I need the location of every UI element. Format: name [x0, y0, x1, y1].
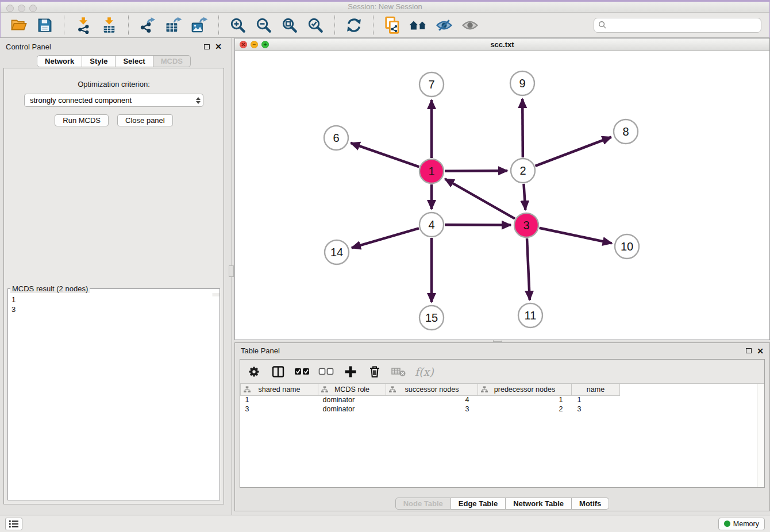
- panel-splitter-grip[interactable]: [229, 265, 234, 277]
- graph-edge-2-9[interactable]: [522, 99, 523, 157]
- export-network-button[interactable]: [137, 15, 158, 36]
- result-scrollbar[interactable]: [213, 293, 220, 296]
- maximize-window-button[interactable]: [29, 5, 37, 12]
- search-icon: [598, 21, 607, 29]
- maximize-network-button[interactable]: +: [261, 41, 269, 48]
- toolbar-separator: [128, 16, 129, 35]
- graph-edge-4-14[interactable]: [352, 228, 419, 248]
- table-cell[interactable]: 1: [478, 395, 572, 404]
- graph-node-15[interactable]: [419, 306, 444, 330]
- open-session-button[interactable]: [9, 15, 29, 36]
- graph-node-9[interactable]: [510, 71, 534, 95]
- table-cell[interactable]: 1: [241, 395, 318, 404]
- function-builder-button[interactable]: f(x): [415, 364, 434, 380]
- column-header-successor-nodes[interactable]: successor nodes: [386, 384, 478, 395]
- table-cell[interactable]: 3: [572, 404, 620, 414]
- export-image-button[interactable]: [189, 15, 210, 36]
- table-cell[interactable]: 3: [386, 404, 478, 414]
- graph-node-10[interactable]: [615, 234, 639, 259]
- graph-edge-1-6[interactable]: [351, 143, 419, 167]
- graph-node-3[interactable]: [514, 213, 538, 237]
- table-cell[interactable]: 1: [572, 395, 620, 404]
- network-window-titlebar[interactable]: ✕ − + scc.txt: [235, 38, 769, 51]
- graph-edge-2-3[interactable]: [523, 184, 525, 210]
- first-neighbors-button[interactable]: [408, 15, 429, 36]
- tab-mcds[interactable]: MCDS: [153, 55, 191, 67]
- mcds-result-legend: MCDS result (2 nodes): [10, 284, 90, 293]
- table-mode-button[interactable]: [246, 364, 262, 380]
- save-session-button[interactable]: [34, 15, 55, 36]
- tab-select[interactable]: Select: [116, 55, 153, 67]
- graph-node-2[interactable]: [511, 159, 535, 183]
- apply-preferred-layout-button[interactable]: [344, 15, 364, 36]
- table-cell[interactable]: dominator: [318, 395, 386, 404]
- select-all-columns-button[interactable]: [294, 364, 310, 380]
- graph-edge-3-1[interactable]: [445, 179, 515, 218]
- close-panel-icon[interactable]: ✕: [215, 44, 222, 49]
- table-row[interactable]: 1dominator411: [241, 395, 620, 404]
- export-table-button[interactable]: [163, 15, 184, 36]
- hide-selection-button[interactable]: [434, 15, 455, 36]
- run-mcds-button[interactable]: Run MCDS: [55, 114, 109, 126]
- table-scrollbar[interactable]: [757, 384, 764, 487]
- optimization-criterion-select[interactable]: strongly connected component: [24, 94, 203, 107]
- graph-edge-1-2[interactable]: [445, 171, 507, 171]
- column-header-predecessor-nodes[interactable]: predecessor nodes: [478, 384, 572, 395]
- close-panel-button[interactable]: Close panel: [117, 114, 173, 126]
- table-cell[interactable]: 2: [478, 404, 572, 414]
- graph-svg[interactable]: 7968124314101511: [235, 51, 769, 340]
- table-cell[interactable]: 4: [386, 395, 478, 404]
- mcds-result-list[interactable]: 1 3: [8, 293, 220, 296]
- tab-network[interactable]: Network: [37, 55, 82, 67]
- control-panel-tabs: Network Style Select MCDS: [0, 55, 228, 68]
- delete-table-button[interactable]: [391, 364, 407, 380]
- float-panel-icon[interactable]: [204, 44, 210, 49]
- column-header-mcds-role[interactable]: MCDS role: [318, 384, 386, 395]
- tab-motifs[interactable]: Motifs: [572, 498, 609, 510]
- graph-node-7[interactable]: [419, 72, 444, 97]
- table-row[interactable]: 3dominator323: [241, 404, 620, 414]
- two-houses-icon: [409, 17, 428, 34]
- close-network-button[interactable]: ✕: [240, 41, 247, 48]
- tab-edge-table[interactable]: Edge Table: [451, 498, 506, 510]
- global-search-field[interactable]: [594, 18, 761, 33]
- network-canvas[interactable]: 7968124314101511: [235, 51, 769, 340]
- table-cell[interactable]: 3: [241, 404, 318, 414]
- zoom-fit-button[interactable]: [279, 15, 300, 36]
- close-window-button[interactable]: [6, 5, 14, 12]
- graph-edge-4-3[interactable]: [445, 225, 511, 225]
- import-network-button[interactable]: [73, 15, 94, 36]
- delete-columns-button[interactable]: [367, 364, 383, 380]
- toggle-panes-button[interactable]: [270, 364, 286, 380]
- graph-node-6[interactable]: [324, 126, 348, 150]
- minimize-network-button[interactable]: −: [251, 41, 258, 48]
- tab-style[interactable]: Style: [82, 55, 116, 67]
- graph-node-4[interactable]: [419, 213, 444, 237]
- tab-node-table[interactable]: Node Table: [395, 498, 451, 510]
- graph-node-14[interactable]: [325, 240, 349, 264]
- graph-node-1[interactable]: [419, 159, 444, 183]
- close-table-panel-icon[interactable]: ✕: [757, 348, 764, 354]
- zoom-selected-button[interactable]: [305, 15, 326, 36]
- import-table-button[interactable]: [99, 15, 120, 36]
- table-cell[interactable]: dominator: [318, 404, 386, 414]
- graph-edge-3-10[interactable]: [540, 228, 612, 244]
- zoom-out-button[interactable]: [253, 15, 274, 36]
- graph-node-8[interactable]: [614, 119, 638, 144]
- show-all-button[interactable]: [460, 15, 480, 36]
- tab-network-table[interactable]: Network Table: [506, 498, 572, 510]
- graph-edge-2-8[interactable]: [536, 137, 611, 166]
- graph-node-11[interactable]: [518, 303, 542, 327]
- float-table-panel-icon[interactable]: [746, 348, 752, 353]
- column-header-name[interactable]: name: [572, 384, 620, 395]
- memory-button[interactable]: Memory: [718, 518, 765, 530]
- create-column-button[interactable]: [342, 364, 359, 380]
- graph-edge-3-11[interactable]: [527, 238, 530, 300]
- zoom-in-button[interactable]: [228, 15, 248, 36]
- new-network-from-selection-button[interactable]: [382, 15, 403, 36]
- minimize-window-button[interactable]: [18, 5, 25, 12]
- column-header-shared-name[interactable]: shared name: [241, 384, 318, 395]
- task-history-button[interactable]: [5, 518, 22, 530]
- search-input[interactable]: [609, 21, 757, 29]
- unselect-all-columns-button[interactable]: [318, 364, 334, 380]
